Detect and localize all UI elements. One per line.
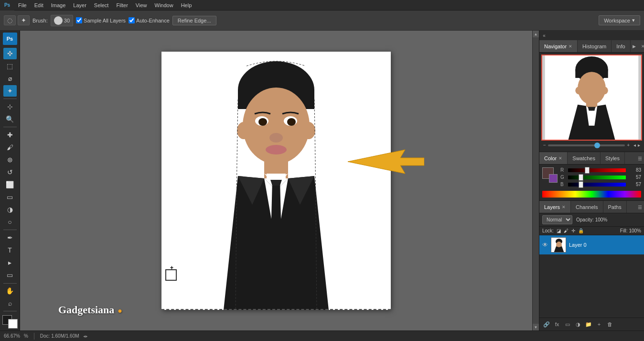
tab-info[interactable]: Info xyxy=(612,40,630,52)
healing-brush-tool[interactable]: ✚ xyxy=(3,129,17,141)
dodge-tool[interactable]: ○ xyxy=(3,216,17,228)
g-slider-track[interactable] xyxy=(568,176,626,179)
layers-panel-menu[interactable]: ☰ xyxy=(638,204,644,210)
panel-icon-btn-1[interactable]: ▶ xyxy=(631,43,638,50)
tab-navigator[interactable]: Navigator ✕ xyxy=(539,40,578,52)
auto-enhance-checkbox[interactable] xyxy=(129,17,135,23)
refine-edge-button[interactable]: Refine Edge... xyxy=(172,16,216,25)
tab-styles[interactable]: Styles xyxy=(601,152,625,164)
layer-mask-button[interactable]: ▭ xyxy=(563,320,572,329)
menu-image[interactable]: Image xyxy=(47,0,70,10)
zoom-out-icon[interactable]: − xyxy=(543,143,546,148)
menu-window[interactable]: Window xyxy=(151,0,177,10)
layer-delete-button[interactable]: 🗑 xyxy=(605,320,614,329)
close-layers-tab[interactable]: ✕ xyxy=(562,205,566,209)
menu-filter[interactable]: Filter xyxy=(112,0,131,10)
b-slider-track[interactable] xyxy=(568,183,626,187)
brush-size-selector[interactable]: 30 xyxy=(51,15,73,26)
panel-icon-btn-2[interactable]: ✕ xyxy=(639,43,644,50)
color-swatch-area xyxy=(542,167,558,183)
lock-image-icon[interactable]: 🖌 xyxy=(564,228,569,233)
zoom-left-arrow[interactable]: ◂ xyxy=(633,143,636,148)
quick-selection-tool[interactable]: ◌ xyxy=(4,15,16,25)
lock-all-icon[interactable]: 🔒 xyxy=(578,228,584,233)
zoom-in-icon[interactable]: + xyxy=(627,143,630,148)
move-tool[interactable]: ✜ xyxy=(3,48,17,59)
sample-all-layers-checkbox[interactable] xyxy=(76,17,82,23)
pen-tool[interactable]: ✒ xyxy=(3,232,17,243)
marquee-tool[interactable]: ⬚ xyxy=(3,60,17,72)
color-channels: R 83 G 57 xyxy=(560,167,641,189)
text-tool[interactable]: T xyxy=(3,244,17,256)
scroll-up-button[interactable]: ▲ xyxy=(533,31,539,37)
zoom-slider-thumb[interactable] xyxy=(594,143,600,148)
g-slider-thumb[interactable] xyxy=(579,174,583,181)
r-slider-track[interactable] xyxy=(568,168,626,172)
eraser-tool[interactable]: ⬜ xyxy=(3,179,17,190)
eyedropper-tool[interactable]: 🔍 xyxy=(3,113,17,125)
magic-wand-tool[interactable]: ✦ xyxy=(18,15,30,25)
background-color-swatch[interactable] xyxy=(549,174,558,183)
canvas-scrollbar[interactable]: ▲ ▼ xyxy=(532,31,539,330)
menu-view[interactable]: View xyxy=(132,0,151,10)
tab-color[interactable]: Color ✕ xyxy=(539,152,568,164)
b-slider-thumb[interactable] xyxy=(579,181,583,188)
r-slider-thumb[interactable] xyxy=(585,167,590,174)
zoom-slider[interactable] xyxy=(548,144,625,146)
hand-tool[interactable]: ✋ xyxy=(3,285,17,297)
layer-new-button[interactable]: + xyxy=(595,320,603,329)
shape-tool[interactable]: ▭ xyxy=(3,269,17,281)
layer-0-item[interactable]: 👁 Layer 0 xyxy=(539,235,644,254)
layer-adjustment-button[interactable]: ◑ xyxy=(574,320,582,329)
menu-file[interactable]: File xyxy=(14,0,31,10)
tab-layers[interactable]: Layers ✕ xyxy=(539,201,571,213)
lock-transparent-icon[interactable]: ◪ xyxy=(557,228,561,233)
blur-tool[interactable]: ◑ xyxy=(3,204,17,215)
navigator-preview[interactable] xyxy=(541,55,642,141)
auto-enhance-label[interactable]: Auto-Enhance xyxy=(129,17,170,23)
crop-tool[interactable]: ⊹ xyxy=(3,101,17,112)
sample-all-layers-label[interactable]: Sample All Layers xyxy=(76,17,126,23)
menu-edit[interactable]: Edit xyxy=(31,0,47,10)
canvas-document[interactable] xyxy=(161,52,391,310)
layer-fx-button[interactable]: fx xyxy=(553,320,561,329)
g-label: G xyxy=(560,175,566,180)
background-color[interactable] xyxy=(8,319,18,329)
layer-visibility-toggle[interactable]: 👁 xyxy=(542,242,548,248)
layer-group-button[interactable]: 📁 xyxy=(584,320,593,329)
tab-histogram[interactable]: Histogram xyxy=(578,40,612,52)
layer-link-button[interactable]: 🔗 xyxy=(542,320,551,329)
workspace-button[interactable]: Workspace ▾ xyxy=(599,15,640,25)
brush-tool[interactable]: 🖌 xyxy=(3,142,17,153)
tab-swatches[interactable]: Swatches xyxy=(568,152,601,164)
zoom-right-arrow[interactable]: ▸ xyxy=(638,143,640,148)
close-navigator-tab[interactable]: ✕ xyxy=(569,44,572,49)
opacity-value[interactable]: 100% xyxy=(595,217,608,222)
scroll-down-button[interactable]: ▼ xyxy=(533,324,539,330)
history-brush-tool[interactable]: ↺ xyxy=(3,166,17,178)
gradient-tool[interactable]: ▭ xyxy=(3,191,17,203)
menu-help[interactable]: Help xyxy=(177,0,196,10)
tab-paths[interactable]: Paths xyxy=(603,201,627,213)
panel-collapse-button[interactable]: « xyxy=(540,32,548,39)
scroll-track[interactable] xyxy=(533,37,539,324)
color-panel-menu[interactable]: ☰ xyxy=(638,155,644,161)
zoom-tool[interactable]: ⌕ xyxy=(3,297,17,309)
magic-wand-tool-sidebar[interactable]: ✦ xyxy=(3,85,17,97)
menu-select[interactable]: Select xyxy=(90,0,113,10)
clone-stamp-tool[interactable]: ⊛ xyxy=(3,154,17,165)
lock-position-icon[interactable]: ✛ xyxy=(571,228,575,233)
color-spectrum-bar[interactable] xyxy=(542,191,641,198)
lasso-tool[interactable]: ⌀ xyxy=(3,73,17,84)
menu-layer[interactable]: Layer xyxy=(69,0,90,10)
fg-bg-color-swatch[interactable] xyxy=(2,315,18,329)
tab-channels[interactable]: Channels xyxy=(571,201,603,213)
blend-mode-select[interactable]: Normal xyxy=(542,215,572,224)
svg-rect-14 xyxy=(267,174,286,178)
status-arrow[interactable]: ◂▸ xyxy=(83,334,88,339)
path-select-tool[interactable]: ▸ xyxy=(3,257,17,268)
canvas-area[interactable]: + Gadgetsiana ● xyxy=(20,31,532,330)
fill-value[interactable]: 100% xyxy=(629,228,641,233)
svg-point-8 xyxy=(258,118,267,126)
close-color-tab[interactable]: ✕ xyxy=(558,156,562,161)
